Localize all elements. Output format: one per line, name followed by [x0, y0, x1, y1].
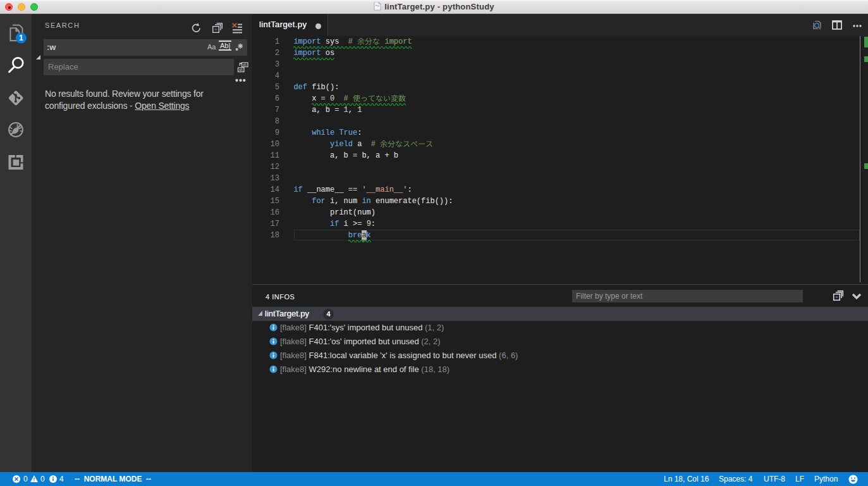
svg-text:ab: ab	[239, 68, 243, 72]
svg-text:ab: ab	[243, 63, 247, 66]
svg-text:1: 1	[19, 34, 23, 42]
